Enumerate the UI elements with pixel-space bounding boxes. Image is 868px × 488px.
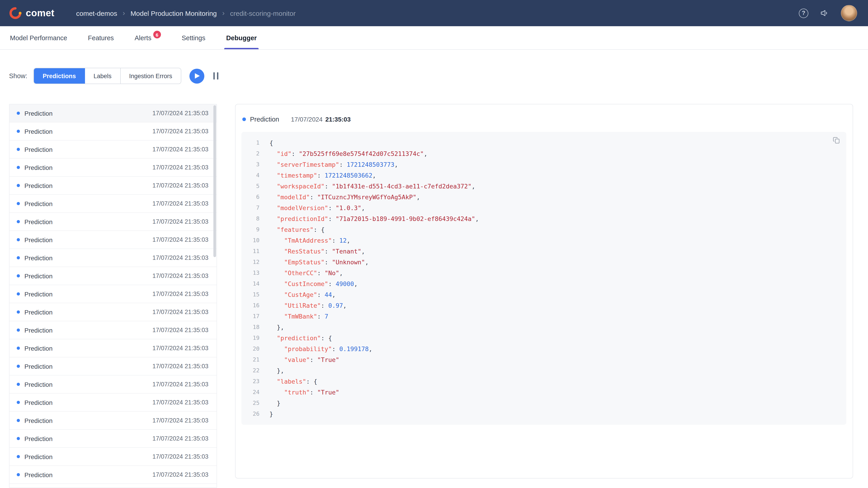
list-item[interactable]: Prediction17/07/2024 21:35:03 — [9, 267, 217, 285]
list-item[interactable]: Prediction17/07/2024 21:35:03 — [9, 466, 217, 484]
breadcrumb-section[interactable]: Model Production Monitoring — [130, 9, 217, 17]
tab-features[interactable]: Features — [87, 26, 115, 49]
pause-icon — [213, 72, 215, 79]
tab-model-performance[interactable]: Model Performance — [9, 26, 68, 49]
breadcrumb-model: credit-scoring-monitor — [230, 9, 296, 17]
prediction-dot-icon — [17, 130, 20, 133]
prediction-label: Prediction — [24, 326, 53, 334]
code-text: "truth": "True" — [270, 387, 339, 398]
line-number: 12 — [241, 257, 259, 267]
list-item[interactable]: Prediction17/07/2024 21:35:03 — [9, 448, 217, 466]
brand-name: comet — [26, 8, 55, 19]
list-item[interactable]: Prediction17/07/2024 21:35:03 — [9, 231, 217, 249]
prediction-dot-icon — [17, 347, 20, 350]
line-number: 7 — [241, 202, 259, 213]
list-item[interactable]: Prediction17/07/2024 21:35:03 — [9, 123, 217, 140]
prediction-label: Prediction — [24, 345, 53, 352]
play-stream-button[interactable] — [189, 68, 204, 84]
code-text: "UtilRate": 0.97, — [270, 300, 346, 311]
list-item[interactable]: Prediction17/07/2024 21:35:03 — [9, 285, 217, 303]
debugger-content: Prediction17/07/2024 21:35:03Prediction1… — [0, 84, 868, 488]
list-item[interactable]: Prediction17/07/2024 21:35:03 — [9, 321, 217, 339]
prediction-dot-icon — [17, 383, 20, 386]
segment-predictions[interactable]: Predictions — [34, 68, 85, 84]
code-line: 2 "id": "27b525ff69e8e5754f42d07c5211374… — [241, 148, 846, 159]
list-item[interactable]: Prediction17/07/2024 21:35:03 — [9, 339, 217, 357]
code-text: "ResStatus": "Tenant", — [270, 246, 365, 257]
breadcrumb-workspace[interactable]: comet-demos — [76, 9, 117, 17]
prediction-dot-icon — [17, 238, 20, 241]
scrollbar-thumb[interactable] — [213, 105, 216, 257]
line-number: 13 — [241, 267, 259, 278]
user-avatar[interactable] — [841, 5, 857, 21]
code-text: "workspaceId": "1b1f431e-d551-4cd3-ae11-… — [270, 181, 475, 192]
show-segmented-control: Predictions Labels Ingestion Errors — [34, 68, 181, 84]
prediction-list: Prediction17/07/2024 21:35:03Prediction1… — [9, 104, 217, 488]
code-text: "serverTimestamp": 1721248503773, — [270, 159, 398, 170]
line-number: 24 — [241, 387, 259, 398]
list-item[interactable]: Prediction17/07/2024 21:35:03 — [9, 357, 217, 376]
list-item[interactable]: Prediction17/07/2024 21:35:03 — [9, 303, 217, 321]
prediction-label: Prediction — [24, 453, 53, 460]
list-item[interactable]: Prediction17/07/2024 21:35:03 — [9, 430, 217, 448]
detail-type-label: Prediction — [250, 116, 279, 123]
list-item[interactable]: Prediction17/07/2024 21:35:03 — [9, 484, 217, 488]
prediction-timestamp: 17/07/2024 21:35:03 — [152, 200, 209, 207]
tab-alerts[interactable]: Alerts 6 — [134, 26, 162, 49]
announcements-icon[interactable] — [819, 8, 830, 19]
list-item[interactable]: Prediction17/07/2024 21:35:03 — [9, 159, 217, 177]
prediction-label: Prediction — [24, 128, 53, 135]
code-text: "CustAge": 44, — [270, 289, 336, 300]
prediction-label: Prediction — [24, 363, 53, 370]
breadcrumb: comet-demos › Model Production Monitorin… — [76, 9, 296, 17]
list-item[interactable]: Prediction17/07/2024 21:35:03 — [9, 104, 217, 123]
code-text: "modelVersion": "1.0.3", — [270, 202, 365, 213]
prediction-dot-icon — [17, 166, 20, 169]
tab-settings[interactable]: Settings — [181, 26, 206, 49]
help-icon[interactable]: ? — [799, 8, 808, 18]
line-number: 2 — [241, 148, 259, 159]
prediction-dot-icon — [17, 311, 20, 314]
line-number: 6 — [241, 192, 259, 202]
play-icon — [195, 73, 200, 78]
code-line: 4 "timestamp": 1721248503662, — [241, 170, 846, 181]
code-line: 17 "TmWBank": 7 — [241, 311, 846, 322]
copy-icon[interactable] — [833, 136, 841, 144]
prediction-dot-icon — [242, 118, 246, 121]
list-item[interactable]: Prediction17/07/2024 21:35:03 — [9, 394, 217, 412]
segment-labels[interactable]: Labels — [85, 68, 121, 84]
prediction-dot-icon — [17, 111, 20, 115]
tab-debugger[interactable]: Debugger — [225, 26, 258, 49]
code-text: "EmpStatus": "Unknown", — [270, 257, 369, 267]
detail-time: 21:35:03 — [325, 116, 350, 123]
line-number: 14 — [241, 278, 259, 289]
code-line: 15 "CustAge": 44, — [241, 289, 846, 300]
line-number: 22 — [241, 365, 259, 376]
list-item[interactable]: Prediction17/07/2024 21:35:03 — [9, 213, 217, 231]
segment-ingestion-errors[interactable]: Ingestion Errors — [121, 68, 181, 84]
code-text: }, — [270, 322, 284, 332]
code-text: "CustIncome": 49000, — [270, 278, 358, 289]
prediction-dot-icon — [17, 184, 20, 187]
code-line: 16 "UtilRate": 0.97, — [241, 300, 846, 311]
list-item[interactable]: Prediction17/07/2024 21:35:03 — [9, 177, 217, 195]
list-item[interactable]: Prediction17/07/2024 21:35:03 — [9, 376, 217, 394]
list-item[interactable]: Prediction17/07/2024 21:35:03 — [9, 412, 217, 430]
list-item[interactable]: Prediction17/07/2024 21:35:03 — [9, 195, 217, 213]
prediction-timestamp: 17/07/2024 21:35:03 — [152, 291, 209, 297]
prediction-label: Prediction — [24, 381, 53, 388]
code-text: "modelId": "ITCuzncJYMsreyWGfYoAg5AkP", — [270, 192, 420, 202]
line-number: 21 — [241, 354, 259, 365]
prediction-dot-icon — [17, 220, 20, 223]
line-number: 16 — [241, 300, 259, 311]
comet-logo[interactable]: comet — [9, 7, 55, 20]
list-item[interactable]: Prediction17/07/2024 21:35:03 — [9, 140, 217, 159]
tab-label: Settings — [182, 34, 206, 41]
prediction-timestamp: 17/07/2024 21:35:03 — [152, 381, 209, 388]
line-number: 1 — [241, 137, 259, 148]
prediction-label: Prediction — [24, 435, 53, 442]
line-number: 11 — [241, 246, 259, 257]
code-line: 22 }, — [241, 365, 846, 376]
pause-stream-button[interactable] — [213, 72, 219, 79]
list-item[interactable]: Prediction17/07/2024 21:35:03 — [9, 249, 217, 267]
